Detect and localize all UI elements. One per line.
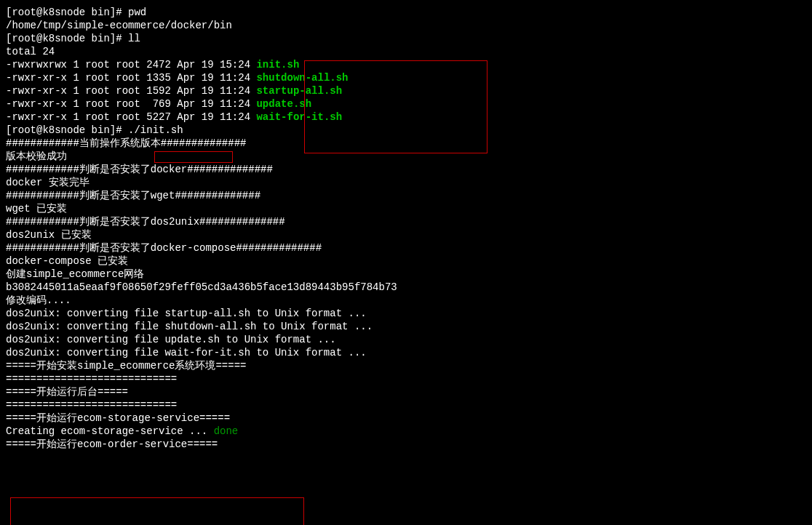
cmd-init: ./init.sh xyxy=(122,124,183,136)
file-name: init.sh xyxy=(256,59,299,71)
file-name: update.sh xyxy=(256,98,311,110)
file-entry: -rwxrwxrwx 1 root root 2472 Apr 19 15:24… xyxy=(6,58,806,71)
terminal-output[interactable]: [root@k8snode bin]# pwd /home/tmp/simple… xyxy=(6,6,806,451)
output-line: 版本校验成功 xyxy=(6,150,806,163)
output-line: ############判断是否安装了wget############## xyxy=(6,189,806,202)
output-line: ############判断是否安装了docker############## xyxy=(6,163,806,176)
output-line: dos2unix: converting file wait-for-it.sh… xyxy=(6,346,806,359)
cmd-pwd: pwd xyxy=(128,7,146,18)
file-perms: -rwxr-xr-x 1 root root 5227 Apr 19 11:24 xyxy=(6,111,256,123)
output-line: =====开始运行ecom-order-service===== xyxy=(6,438,806,451)
file-entry: -rwxr-xr-x 1 root root 5227 Apr 19 11:24… xyxy=(6,111,806,124)
file-name: wait-for-it.sh xyxy=(256,111,342,123)
output-line: ############判断是否安装了docker-compose#######… xyxy=(6,241,806,255)
output-line: dos2unix 已安装 xyxy=(6,228,806,241)
prompt: [root@k8snode bin]# xyxy=(6,124,122,136)
output-line: wget 已安装 xyxy=(6,202,806,215)
file-perms: -rwxr-xr-x 1 root root 1335 Apr 19 11:24 xyxy=(6,72,256,84)
output-line: ############判断是否安装了dos2unix#############… xyxy=(6,215,806,228)
output-line: 修改编码.... xyxy=(6,294,806,307)
output-line: docker 安装完毕 xyxy=(6,176,806,189)
highlight-box-services xyxy=(10,497,304,525)
creating-text: Creating ecom-storage-service ... xyxy=(6,425,214,437)
output-line: dos2unix: converting file update.sh to U… xyxy=(6,333,806,346)
prompt-line-ll: [root@k8snode bin]# ll xyxy=(6,32,806,45)
file-entry: -rwxr-xr-x 1 root root 1335 Apr 19 11:24… xyxy=(6,71,806,84)
cmd-ll: ll xyxy=(128,33,140,44)
output-line: =====开始安装simple_ecommerce系统环境===== xyxy=(6,359,806,372)
output-line: Creating ecom-storage-service ... done xyxy=(6,425,806,438)
output-line: ============================ xyxy=(6,398,806,412)
output-line: =====开始运行后台===== xyxy=(6,385,806,398)
pwd-output: /home/tmp/simple-ecommerce/docker/bin xyxy=(6,19,806,32)
output-line: ============================ xyxy=(6,372,806,385)
file-perms: -rwxr-xr-x 1 root root 769 Apr 19 11:24 xyxy=(6,98,256,110)
file-entry: -rwxr-xr-x 1 root root 769 Apr 19 11:24 … xyxy=(6,97,806,111)
prompt-line-init: [root@k8snode bin]# ./init.sh xyxy=(6,124,806,137)
output-line: ############当前操作系统版本############## xyxy=(6,137,806,150)
prompt: [root@k8snode bin]# xyxy=(6,33,122,44)
output-line: dos2unix: converting file shutdown-all.s… xyxy=(6,320,806,333)
file-name: startup-all.sh xyxy=(256,85,342,97)
prompt: [root@k8snode bin]# xyxy=(6,7,122,18)
file-perms: -rwxrwxrwx 1 root root 2472 Apr 19 15:24 xyxy=(6,59,256,71)
file-perms: -rwxr-xr-x 1 root root 1592 Apr 19 11:24 xyxy=(6,85,256,97)
output-line: =====开始运行ecom-storage-service===== xyxy=(6,412,806,425)
done-text: done xyxy=(214,425,239,437)
file-name: shutdown-all.sh xyxy=(256,72,348,84)
ll-total: total 24 xyxy=(6,45,806,58)
output-line: b3082445011a5eaaf9f08650f29feff05cd3a436… xyxy=(6,281,806,294)
output-line: dos2unix: converting file startup-all.sh… xyxy=(6,307,806,320)
output-line: docker-compose 已安装 xyxy=(6,255,806,268)
output-line: 创建simple_ecommerce网络 xyxy=(6,268,806,281)
prompt-line-pwd: [root@k8snode bin]# pwd xyxy=(6,6,806,19)
file-entry: -rwxr-xr-x 1 root root 1592 Apr 19 11:24… xyxy=(6,84,806,97)
